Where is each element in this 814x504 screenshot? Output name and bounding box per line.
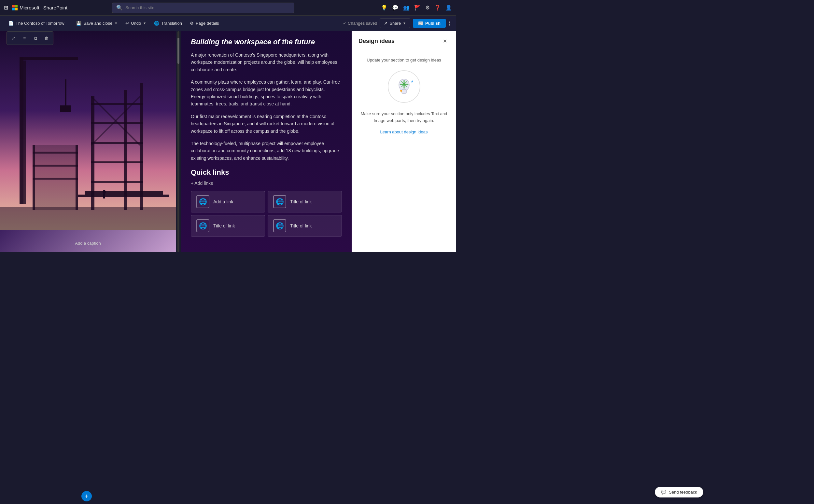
design-panel-body: Update your section to get design ideas	[352, 51, 456, 252]
left-panel: Add a caption	[0, 31, 176, 252]
site-title[interactable]: 📄 The Contoso of Tomorrow	[5, 19, 67, 28]
save-dropdown-arrow[interactable]: ▼	[114, 21, 117, 25]
translation-icon: 🌐	[154, 21, 159, 26]
design-ideas-icon	[388, 70, 421, 103]
toolbar-right: ✓ Changes saved ↗ Share ▼ 📰 Publish ⟩	[343, 19, 451, 28]
scroll-area	[176, 31, 181, 252]
edit-tools-bar: ⤢ ≡ ⧉ 🗑	[7, 31, 53, 45]
links-grid: 🌐 Add a link 🌐 Title of link 🌐 Title of …	[191, 191, 342, 237]
svg-rect-5	[65, 79, 66, 105]
link-item-4[interactable]: 🌐 Title of link	[268, 215, 342, 237]
paragraph-4: The technology-fueled, multiphase projec…	[191, 140, 342, 162]
help-icon[interactable]: ❓	[435, 5, 441, 11]
link-icon-4: 🌐	[273, 219, 286, 232]
right-content-area: Building the workspace of the future A m…	[181, 31, 352, 252]
svg-rect-4	[20, 60, 21, 79]
avatar[interactable]: 👤	[446, 5, 452, 11]
link-label-2: Title of link	[290, 199, 311, 204]
link-label-3: Title of link	[213, 223, 235, 228]
link-icon-add: 🌐	[196, 195, 209, 208]
flag-icon[interactable]: 🚩	[414, 5, 421, 11]
svg-rect-26	[76, 145, 78, 210]
collapse-sidebar-icon[interactable]: ⟩	[449, 20, 451, 27]
svg-rect-3	[20, 57, 78, 60]
link-label-4: Title of link	[290, 223, 311, 228]
search-bar[interactable]: 🔍	[112, 3, 294, 13]
share-button[interactable]: ↗ Share ▼	[379, 19, 410, 28]
close-design-panel-button[interactable]: ✕	[440, 36, 449, 46]
link-item-3[interactable]: 🌐 Title of link	[191, 215, 265, 237]
add-links-label: + Add links	[191, 181, 213, 186]
svg-rect-22	[33, 152, 78, 154]
quick-links-title: Quick links	[191, 168, 342, 177]
sq-red	[12, 5, 15, 7]
svg-point-34	[403, 83, 405, 86]
learn-about-design-ideas-link[interactable]: Learn about design ideas	[380, 129, 428, 134]
settings-tool[interactable]: ≡	[20, 34, 29, 43]
svg-rect-23	[33, 165, 78, 167]
paragraph-1: A major renovation of Contoso's Singapor…	[191, 51, 342, 73]
add-links-button[interactable]: + Add links	[191, 181, 342, 186]
svg-rect-6	[60, 105, 71, 112]
main-content: Add a caption Building the workspace of …	[0, 31, 456, 252]
scroll-thumb[interactable]	[177, 38, 179, 64]
undo-button[interactable]: ↩ Undo ▼	[122, 19, 149, 28]
microsoft-logo: Microsoft	[12, 5, 39, 10]
share-icon: ↗	[384, 21, 387, 26]
ms-squares	[12, 5, 18, 10]
link-item-add[interactable]: 🌐 Add a link	[191, 191, 265, 212]
save-icon: 💾	[76, 21, 81, 26]
svg-rect-16	[78, 195, 169, 197]
sq-green	[15, 5, 18, 7]
people-icon[interactable]: 👥	[403, 5, 410, 11]
search-icon: 🔍	[116, 5, 123, 11]
undo-icon: ↩	[125, 21, 129, 26]
svg-rect-24	[33, 178, 78, 180]
site-icon: 📄	[8, 21, 14, 26]
design-ideas-panel: Design ideas ✕ Update your section to ge…	[352, 31, 456, 252]
microsoft-text: Microsoft	[20, 5, 39, 10]
main-heading: Building the workspace of the future	[191, 38, 342, 46]
svg-rect-2	[23, 61, 26, 204]
svg-rect-27	[0, 207, 176, 230]
sharepoint-text: SharePoint	[43, 5, 67, 10]
changes-saved: ✓ Changes saved	[343, 21, 377, 26]
search-input[interactable]	[125, 5, 290, 10]
translation-button[interactable]: 🌐 Translation	[151, 19, 185, 28]
svg-rect-18	[103, 194, 105, 198]
settings-icon[interactable]: ⚙	[425, 5, 430, 11]
scroll-track[interactable]	[177, 31, 179, 252]
publish-button[interactable]: 📰 Publish	[413, 19, 446, 28]
svg-rect-14	[91, 181, 143, 183]
sq-yellow	[15, 8, 18, 10]
chat-icon[interactable]: 💬	[392, 5, 398, 11]
toolbar: 📄 The Contoso of Tomorrow 💾 Save and clo…	[0, 16, 456, 31]
save-and-close-button[interactable]: 💾 Save and close ▼	[73, 19, 121, 28]
page-details-button[interactable]: ⚙ Page details	[186, 19, 222, 28]
link-icon-2: 🌐	[273, 195, 286, 208]
paragraph-2: A community plaza where employees can ga…	[191, 78, 342, 108]
link-label-add: Add a link	[213, 199, 233, 204]
link-icon-3: 🌐	[196, 219, 209, 232]
svg-rect-29	[402, 89, 406, 93]
quick-links-section: Quick links + Add links 🌐 Add a link 🌐 T…	[191, 168, 342, 237]
checkmark-icon: ✓	[343, 21, 346, 26]
info-icon[interactable]: 💡	[381, 5, 387, 11]
duplicate-tool[interactable]: ⧉	[31, 34, 40, 43]
hint-text: Make sure your section only includes Tex…	[358, 111, 449, 124]
construction-image	[0, 31, 176, 239]
link-item-2[interactable]: 🌐 Title of link	[268, 191, 342, 212]
svg-marker-35	[411, 80, 414, 83]
svg-point-17	[103, 190, 106, 194]
image-caption[interactable]: Add a caption	[75, 241, 101, 246]
apps-icon[interactable]: ⊞	[4, 5, 8, 11]
delete-tool[interactable]: 🗑	[42, 34, 51, 43]
move-tool[interactable]: ⤢	[9, 34, 18, 43]
svg-rect-25	[33, 145, 35, 210]
design-panel-title: Design ideas	[358, 38, 394, 45]
update-section-text: Update your section to get design ideas	[366, 58, 441, 62]
page-details-icon: ⚙	[190, 21, 194, 26]
svg-rect-15	[85, 191, 163, 195]
undo-dropdown-arrow[interactable]: ▼	[143, 21, 146, 25]
share-dropdown-arrow[interactable]: ▼	[403, 21, 406, 25]
